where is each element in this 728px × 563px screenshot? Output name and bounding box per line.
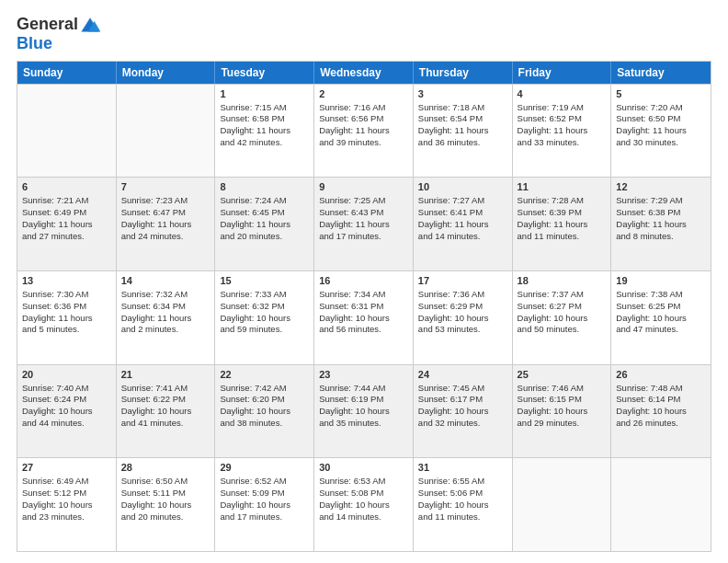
- day-info-line-4: and 14 minutes.: [418, 231, 507, 243]
- day-info-line-3: Daylight: 11 hours: [616, 125, 706, 137]
- day-info-line-3: Daylight: 10 hours: [319, 500, 408, 511]
- day-info-line-4: and 5 minutes.: [22, 324, 111, 336]
- day-info-line-3: Daylight: 11 hours: [121, 313, 210, 325]
- logo-icon: [80, 15, 100, 35]
- cal-cell-18: 18Sunrise: 7:37 AMSunset: 6:27 PMDayligh…: [513, 271, 612, 364]
- day-info-line-4: and 39 minutes.: [319, 137, 408, 149]
- cal-cell-empty-1: [117, 85, 216, 178]
- cal-cell-31: 31Sunrise: 6:55 AMSunset: 5:06 PMDayligh…: [414, 458, 513, 551]
- day-number: 21: [121, 368, 210, 382]
- day-info-line-2: Sunset: 6:19 PM: [319, 394, 408, 406]
- day-info-line-4: and 11 minutes.: [418, 511, 507, 523]
- cal-cell-10: 10Sunrise: 7:27 AMSunset: 6:41 PMDayligh…: [414, 178, 513, 270]
- day-info-line-2: Sunset: 6:52 PM: [518, 113, 607, 125]
- day-info-line-3: Daylight: 10 hours: [220, 500, 309, 511]
- cal-cell-27: 27Sunrise: 6:49 AMSunset: 5:12 PMDayligh…: [17, 458, 117, 551]
- day-number: 18: [518, 274, 607, 288]
- day-info-line-1: Sunrise: 7:40 AM: [22, 383, 111, 395]
- day-info-line-1: Sunrise: 7:21 AM: [22, 195, 111, 207]
- day-info-line-4: and 59 minutes.: [220, 324, 309, 336]
- day-info-line-4: and 23 minutes.: [22, 511, 111, 523]
- day-info-line-4: and 27 minutes.: [22, 231, 111, 243]
- day-info-line-2: Sunset: 5:09 PM: [220, 488, 309, 500]
- cal-cell-12: 12Sunrise: 7:29 AMSunset: 6:38 PMDayligh…: [611, 178, 711, 270]
- cal-header-wednesday: Wednesday: [314, 62, 414, 84]
- day-info-line-3: Daylight: 11 hours: [418, 219, 507, 231]
- day-number: 26: [616, 368, 706, 382]
- day-info-line-4: and 38 minutes.: [220, 418, 309, 430]
- day-info-line-1: Sunrise: 7:29 AM: [616, 195, 706, 207]
- cal-cell-4: 4Sunrise: 7:19 AMSunset: 6:52 PMDaylight…: [513, 85, 612, 178]
- day-number: 10: [418, 180, 507, 194]
- day-info-line-3: Daylight: 10 hours: [220, 406, 309, 418]
- page: General Blue SundayMondayTuesdayWednesda…: [0, 0, 728, 563]
- day-info-line-4: and 42 minutes.: [220, 137, 309, 149]
- day-info-line-2: Sunset: 6:32 PM: [220, 301, 309, 313]
- cal-cell-19: 19Sunrise: 7:38 AMSunset: 6:25 PMDayligh…: [611, 271, 711, 364]
- day-info-line-2: Sunset: 6:56 PM: [319, 113, 408, 125]
- day-info-line-1: Sunrise: 7:24 AM: [220, 195, 309, 207]
- day-info-line-2: Sunset: 6:41 PM: [418, 207, 507, 219]
- day-number: 23: [319, 368, 408, 382]
- day-info-line-2: Sunset: 6:38 PM: [616, 207, 706, 219]
- day-info-line-4: and 14 minutes.: [319, 511, 408, 523]
- cal-cell-empty-5: [513, 458, 612, 551]
- cal-cell-20: 20Sunrise: 7:40 AMSunset: 6:24 PMDayligh…: [17, 365, 117, 458]
- cal-cell-8: 8Sunrise: 7:24 AMSunset: 6:45 PMDaylight…: [215, 178, 314, 270]
- day-info-line-4: and 35 minutes.: [319, 418, 408, 430]
- day-info-line-2: Sunset: 6:36 PM: [22, 301, 111, 313]
- day-info-line-1: Sunrise: 7:27 AM: [418, 195, 507, 207]
- cal-cell-15: 15Sunrise: 7:33 AMSunset: 6:32 PMDayligh…: [215, 271, 314, 364]
- day-info-line-2: Sunset: 6:22 PM: [121, 394, 210, 406]
- day-info-line-4: and 53 minutes.: [418, 324, 507, 336]
- cal-cell-5: 5Sunrise: 7:20 AMSunset: 6:50 PMDaylight…: [611, 85, 711, 178]
- day-info-line-4: and 20 minutes.: [220, 231, 309, 243]
- day-info-line-2: Sunset: 6:47 PM: [121, 207, 210, 219]
- calendar: SundayMondayTuesdayWednesdayThursdayFrid…: [17, 61, 711, 552]
- cal-header-tuesday: Tuesday: [215, 62, 314, 84]
- day-info-line-4: and 56 minutes.: [319, 324, 408, 336]
- cal-cell-22: 22Sunrise: 7:42 AMSunset: 6:20 PMDayligh…: [215, 365, 314, 458]
- cal-cell-23: 23Sunrise: 7:44 AMSunset: 6:19 PMDayligh…: [314, 365, 414, 458]
- day-info-line-3: Daylight: 10 hours: [418, 500, 507, 511]
- day-info-line-2: Sunset: 6:24 PM: [22, 394, 111, 406]
- day-info-line-3: Daylight: 11 hours: [518, 219, 607, 231]
- day-info-line-3: Daylight: 10 hours: [121, 406, 210, 418]
- day-info-line-1: Sunrise: 7:16 AM: [319, 102, 408, 114]
- day-info-line-3: Daylight: 11 hours: [22, 313, 111, 325]
- day-info-line-1: Sunrise: 6:50 AM: [121, 476, 210, 488]
- day-number: 2: [319, 87, 408, 101]
- day-info-line-4: and 50 minutes.: [518, 324, 607, 336]
- day-info-line-4: and 24 minutes.: [121, 231, 210, 243]
- day-info-line-1: Sunrise: 7:18 AM: [418, 102, 507, 114]
- day-info-line-1: Sunrise: 7:28 AM: [518, 195, 607, 207]
- day-number: 20: [22, 368, 111, 382]
- day-info-line-1: Sunrise: 7:44 AM: [319, 383, 408, 395]
- day-info-line-2: Sunset: 6:49 PM: [22, 207, 111, 219]
- day-info-line-4: and 29 minutes.: [518, 418, 607, 430]
- day-info-line-3: Daylight: 11 hours: [418, 125, 507, 137]
- day-info-line-3: Daylight: 10 hours: [220, 313, 309, 325]
- header: General Blue: [17, 15, 711, 53]
- day-info-line-1: Sunrise: 7:20 AM: [616, 102, 706, 114]
- day-info-line-2: Sunset: 6:50 PM: [616, 113, 706, 125]
- logo-text-blue: Blue: [17, 35, 100, 53]
- day-info-line-3: Daylight: 10 hours: [418, 313, 507, 325]
- cal-cell-25: 25Sunrise: 7:46 AMSunset: 6:15 PMDayligh…: [513, 365, 612, 458]
- day-info-line-3: Daylight: 11 hours: [121, 219, 210, 231]
- day-info-line-3: Daylight: 10 hours: [319, 406, 408, 418]
- day-number: 19: [616, 274, 706, 288]
- day-info-line-4: and 36 minutes.: [418, 137, 507, 149]
- day-number: 16: [319, 274, 408, 288]
- cal-cell-9: 9Sunrise: 7:25 AMSunset: 6:43 PMDaylight…: [314, 178, 414, 270]
- day-info-line-3: Daylight: 10 hours: [319, 313, 408, 325]
- day-info-line-1: Sunrise: 7:30 AM: [22, 289, 111, 301]
- cal-cell-6: 6Sunrise: 7:21 AMSunset: 6:49 PMDaylight…: [17, 178, 117, 270]
- day-info-line-1: Sunrise: 7:46 AM: [518, 383, 607, 395]
- cal-cell-16: 16Sunrise: 7:34 AMSunset: 6:31 PMDayligh…: [314, 271, 414, 364]
- day-info-line-2: Sunset: 6:15 PM: [518, 394, 607, 406]
- day-info-line-4: and 2 minutes.: [121, 324, 210, 336]
- logo: General Blue: [17, 15, 100, 53]
- day-number: 29: [220, 461, 309, 475]
- cal-cell-30: 30Sunrise: 6:53 AMSunset: 5:08 PMDayligh…: [314, 458, 414, 551]
